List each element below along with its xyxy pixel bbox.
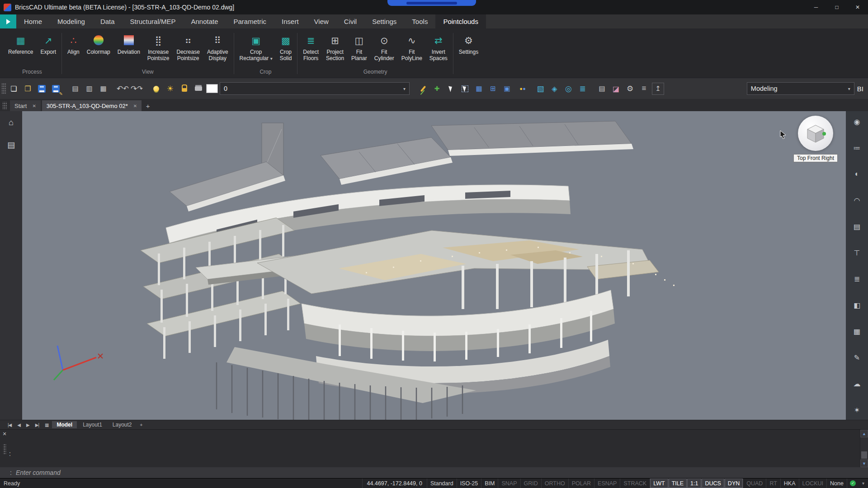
select-cursor-icon[interactable] — [445, 83, 457, 95]
command-input-placeholder[interactable]: Enter command — [16, 469, 61, 476]
tabbar-grip[interactable] — [3, 102, 7, 110]
menu-tab-annotate[interactable]: Annotate — [183, 14, 226, 28]
status-toggle-bim[interactable]: BIM — [481, 479, 498, 488]
pencil-icon[interactable] — [850, 352, 864, 362]
sun-icon[interactable] — [164, 83, 176, 95]
status-toggle-hka[interactable]: HKA — [780, 479, 799, 488]
last-layout-button[interactable]: ▶| — [33, 422, 41, 427]
menu-tab-modeling[interactable]: Modeling — [50, 14, 93, 28]
add-layout-button[interactable]: + — [138, 422, 145, 427]
menu-tab-structural-mep[interactable]: Structural/MEP — [123, 14, 184, 28]
status-toggle-polar[interactable]: POLAR — [568, 479, 594, 488]
status-chevron-icon[interactable]: ▾ — [859, 479, 868, 488]
status-toggle-ortho[interactable]: ORTHO — [541, 479, 568, 488]
status-indicator[interactable]: ✓ — [847, 479, 859, 488]
material-icon[interactable] — [850, 169, 864, 179]
doc-tab-start[interactable]: Start ✕ — [10, 100, 41, 111]
view-cube[interactable]: Top Front Right — [791, 116, 840, 162]
status-toggle-tile[interactable]: TILE — [668, 479, 687, 488]
status-toggle-iso25[interactable]: ISO-25 — [457, 479, 481, 488]
menu-tab-view[interactable]: View — [307, 14, 336, 28]
command-panel-grip[interactable] — [3, 444, 6, 454]
view-cube-circle[interactable] — [798, 116, 833, 151]
export-button[interactable]: ↗Export — [37, 32, 60, 63]
invert-spaces-button[interactable]: ⇄InvertSpaces — [426, 32, 451, 63]
eraser-icon[interactable] — [610, 83, 622, 95]
save-as-icon[interactable] — [50, 83, 62, 95]
first-layout-button[interactable]: |◀ — [5, 422, 14, 427]
scrollbar-track[interactable] — [860, 437, 868, 460]
page-setup-icon[interactable] — [83, 83, 95, 95]
menu-tab-parametric[interactable]: Parametric — [226, 14, 274, 28]
plot-icon[interactable] — [97, 83, 109, 95]
menu-tab-pointclouds[interactable]: Pointclouds — [435, 14, 486, 28]
status-toggle-grid[interactable]: GRID — [520, 479, 541, 488]
status-toggle-dyn[interactable]: DYN — [724, 479, 743, 488]
grid-display-icon-2[interactable] — [487, 83, 499, 95]
undo-icon[interactable]: ↶ — [117, 83, 129, 95]
close-command-panel-icon[interactable]: ✕ — [2, 431, 6, 437]
cube-icon[interactable] — [850, 300, 864, 310]
reference-button[interactable]: ▦Reference — [5, 32, 37, 63]
bricscad-menu-button[interactable] — [0, 14, 16, 28]
select-window-icon[interactable] — [459, 83, 471, 95]
layer-dropdown-icon[interactable]: ▾ — [403, 86, 406, 91]
menu-tab-tools[interactable]: Tools — [404, 14, 435, 28]
align-button[interactable]: ∴Align — [64, 32, 83, 63]
status-toggle-quad[interactable]: QUAD — [743, 479, 766, 488]
color-swatch[interactable] — [206, 84, 218, 93]
redo-icon[interactable]: ↷ — [131, 83, 143, 95]
status-toggle-lwt[interactable]: LWT — [650, 479, 668, 488]
workspace-combo[interactable]: Modeling ▾ — [747, 82, 854, 95]
print-preview-icon[interactable] — [69, 83, 81, 95]
pick-add-icon[interactable] — [431, 83, 443, 95]
fit-polyline-button[interactable]: ∿FitPolyLine — [398, 32, 426, 63]
workspace-dropdown-icon[interactable]: ▾ — [848, 86, 850, 91]
status-toggle-standard[interactable]: Standard — [427, 479, 457, 488]
layers-icon[interactable] — [850, 274, 864, 284]
light-on-icon[interactable] — [150, 83, 162, 95]
next-layout-button[interactable]: ▶ — [24, 422, 32, 427]
model-viewport[interactable]: Top Front Right — [22, 111, 846, 420]
layout-tab-model[interactable]: Model — [52, 421, 77, 428]
detect-floors-button[interactable]: ≣DetectFloors — [299, 32, 322, 63]
status-toggle-snap[interactable]: SNAP — [498, 479, 520, 488]
status-toggle-rt[interactable]: RT — [766, 479, 780, 488]
increase-pointsize-button[interactable]: ⣿IncreasePointsize — [144, 32, 173, 63]
open-file-icon[interactable] — [22, 83, 34, 95]
status-toggle-ducs[interactable]: DUCS — [701, 479, 724, 488]
table-list-icon[interactable] — [596, 83, 608, 95]
crop-rectangular-button[interactable]: ▣CropRectangular ▾ — [236, 32, 276, 63]
grid-icon[interactable] — [850, 221, 864, 231]
home-icon[interactable]: ⌂ — [5, 117, 18, 127]
maximize-button[interactable]: □ — [826, 0, 847, 14]
menu-tab-data[interactable]: Data — [93, 14, 123, 28]
toolbar-grip[interactable] — [2, 83, 6, 94]
decrease-pointsize-button[interactable]: ⠶DecreasePointsize — [173, 32, 203, 63]
pointcloud-settings-button[interactable]: ⚙Settings — [455, 32, 482, 63]
grid-display-icon-3[interactable] — [501, 83, 513, 95]
status-annotation-none[interactable]: None — [826, 479, 847, 488]
pick-light-icon[interactable] — [515, 83, 527, 95]
new-file-icon[interactable] — [8, 83, 20, 95]
scroll-down-icon[interactable]: ▼ — [860, 460, 868, 467]
status-toggle-scale[interactable]: 1:1 — [687, 479, 701, 488]
doc-tab-current[interactable]: 305-STR-A_103-QD-Demo 02* ✕ — [42, 100, 142, 111]
menu-tab-home[interactable]: Home — [16, 14, 50, 28]
crop-solid-button[interactable]: ▩CropSolid — [276, 32, 296, 63]
bulb-icon[interactable] — [850, 117, 864, 127]
menu-tab-insert[interactable]: Insert — [274, 14, 307, 28]
deviation-button[interactable]: Deviation — [114, 32, 144, 63]
tsquare-icon[interactable] — [850, 248, 864, 258]
menu-tab-civil[interactable]: Civil — [336, 14, 364, 28]
command-scrollbar[interactable]: ▲ ▼ — [860, 430, 868, 467]
scroll-up-icon[interactable]: ▲ — [860, 430, 868, 437]
new-tab-button[interactable]: + — [143, 101, 153, 111]
stack-3d-icon[interactable] — [576, 83, 589, 95]
layout-tab-layout2[interactable]: Layout2 — [108, 421, 137, 428]
arc-icon[interactable] — [850, 195, 864, 205]
export-up-icon[interactable] — [652, 83, 664, 95]
sphere-3d-icon[interactable] — [548, 83, 561, 95]
fit-cylinder-button[interactable]: ⊙FitCylinder — [371, 32, 398, 63]
structure-panel-icon[interactable]: ▤ — [5, 140, 18, 150]
